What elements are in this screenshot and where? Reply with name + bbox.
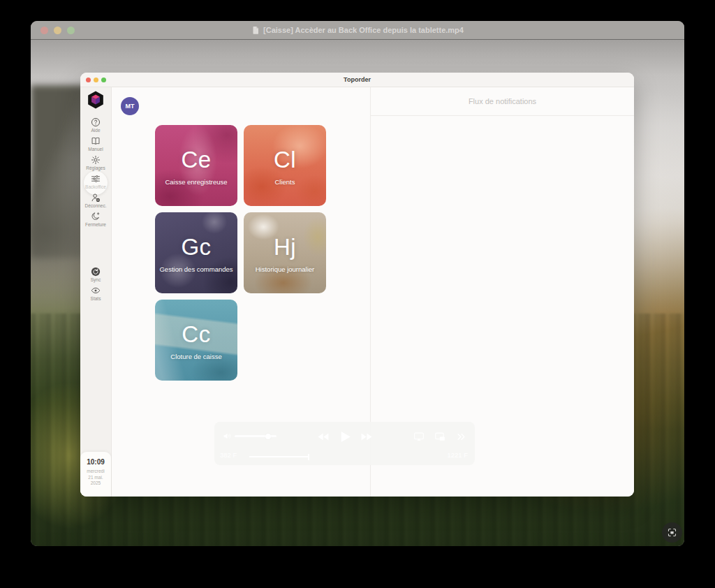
- sidebar: Aide Manuel Réglages Backoffice: [80, 87, 112, 497]
- sidebar-item-sync[interactable]: Sync: [80, 267, 111, 282]
- more-chevrons-icon[interactable]: [456, 432, 466, 442]
- screen-capture-button[interactable]: [662, 522, 682, 543]
- window-controls: [40, 21, 75, 39]
- sidebar-item-reglages[interactable]: Réglages: [80, 155, 111, 170]
- video-player-window: [Caisse] Accèder au Back Office depuis l…: [31, 21, 684, 546]
- document-icon: [251, 26, 260, 34]
- sync-icon: [91, 267, 101, 277]
- airplay-icon[interactable]: [413, 431, 425, 442]
- help-icon: [91, 117, 101, 127]
- elapsed-time: 382 F: [220, 451, 237, 459]
- sidebar-clock: 10:09 mercredi 21 mai. 2025: [80, 452, 111, 497]
- rewind-button[interactable]: [317, 431, 329, 443]
- fast-forward-button[interactable]: [360, 431, 372, 443]
- play-button[interactable]: [337, 429, 352, 444]
- close-button[interactable]: [40, 27, 48, 34]
- eye-icon: [91, 286, 101, 295]
- sidebar-item-manuel[interactable]: Manuel: [80, 136, 111, 152]
- sidebar-item-deconnec[interactable]: Déconnec.: [80, 193, 111, 208]
- sliders-icon: [91, 174, 101, 184]
- tile-historique-journalier[interactable]: Hj Historique journalier: [244, 212, 326, 293]
- toporder-window-controls: [86, 73, 106, 87]
- gear-icon: [91, 155, 101, 165]
- sidebar-item-fermeture[interactable]: Fermeture: [80, 212, 111, 227]
- close-button[interactable]: [86, 78, 91, 82]
- volume-control[interactable]: [223, 432, 277, 441]
- clock-date: mercredi 21 mai. 2025: [87, 469, 104, 487]
- zoom-button[interactable]: [67, 27, 75, 34]
- toporder-logo-icon: [87, 91, 105, 109]
- sidebar-item-backoffice[interactable]: Backoffice: [80, 174, 111, 189]
- tile-caisse-enregistreuse[interactable]: Ce Caisse enregistreuse: [155, 125, 237, 206]
- player-controls: 382 F 1221 F: [214, 422, 475, 465]
- notifications-header: Flux de notifications: [371, 87, 634, 116]
- video-title-text: [Caisse] Accèder au Back Office depuis l…: [263, 26, 464, 34]
- sidebar-item-aide[interactable]: Aide: [80, 117, 111, 133]
- picture-in-picture-icon[interactable]: [434, 431, 446, 443]
- minimize-button[interactable]: [94, 78, 98, 82]
- capture-frame-icon: [667, 527, 677, 538]
- playhead[interactable]: [308, 454, 309, 460]
- desktop: [Caisse] Accèder au Back Office depuis l…: [0, 0, 715, 588]
- video-frame[interactable]: Toporder Aide: [31, 40, 684, 546]
- book-icon: [91, 136, 101, 146]
- video-title: [Caisse] Accèder au Back Office depuis l…: [251, 26, 464, 34]
- user-avatar[interactable]: MT: [121, 97, 139, 115]
- sidebar-item-stats[interactable]: Stats: [80, 286, 111, 301]
- volume-knob[interactable]: [265, 434, 271, 439]
- timeline-scrubber[interactable]: [249, 456, 309, 457]
- clock-time: 10:09: [87, 458, 105, 466]
- tile-cloture-de-caisse[interactable]: Cc Cloture de caisse: [155, 300, 237, 381]
- remaining-time: 1221 F: [447, 451, 468, 459]
- tile-clients[interactable]: Cl Clients: [244, 125, 326, 206]
- video-player-titlebar: [Caisse] Accèder au Back Office depuis l…: [31, 21, 684, 40]
- user-badge-icon: [91, 193, 101, 203]
- backoffice-tiles: Ce Caisse enregistreuse Cl Clients Gc Ge…: [155, 125, 332, 381]
- tile-gestion-des-commandes[interactable]: Gc Gestion des commandes: [155, 212, 237, 293]
- volume-slider[interactable]: [235, 435, 277, 437]
- zoom-button[interactable]: [101, 78, 106, 82]
- moon-icon: [91, 212, 101, 221]
- volume-icon: [223, 432, 232, 441]
- toporder-titlebar: Toporder: [80, 73, 634, 87]
- minimize-button[interactable]: [54, 27, 61, 34]
- app-title: Toporder: [344, 76, 371, 83]
